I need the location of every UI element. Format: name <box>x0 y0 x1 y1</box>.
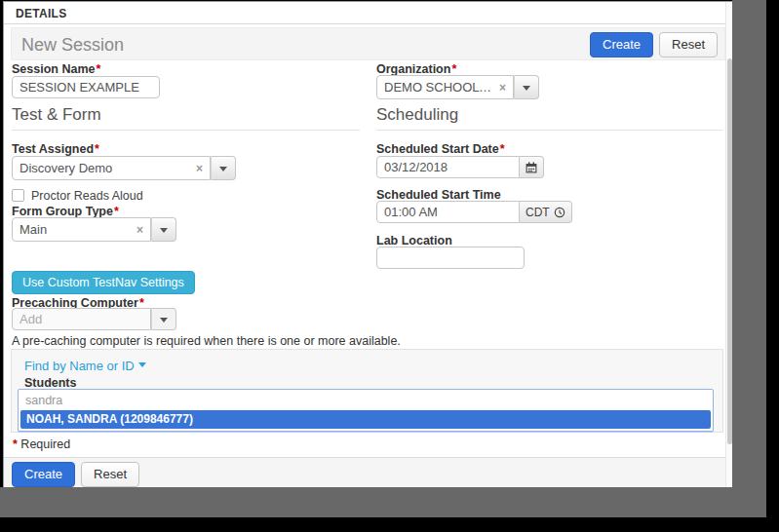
lab-location-input[interactable] <box>376 247 525 269</box>
scheduled-start-date-input[interactable] <box>376 156 520 178</box>
test-assigned-label: Test Assigned* <box>12 142 99 156</box>
student-search-input[interactable] <box>19 390 713 410</box>
remove-selection-icon[interactable]: × <box>499 81 506 95</box>
required-asterisk: * <box>95 142 99 156</box>
chevron-down-icon <box>160 228 168 237</box>
form-group-type-dropdown-button[interactable] <box>151 217 176 242</box>
form-group-type-select[interactable]: Main× <box>12 217 176 242</box>
lab-location-label: Lab Location <box>376 234 452 247</box>
reset-button-top[interactable]: Reset <box>659 32 718 57</box>
organization-select[interactable]: DEMO SCHOOL 2 (0100…× <box>376 75 539 99</box>
page-title: New Session <box>21 35 124 56</box>
chevron-down-icon <box>138 362 146 371</box>
required-asterisk: * <box>451 62 456 76</box>
required-asterisk: * <box>13 437 18 451</box>
create-button-bottom[interactable]: Create <box>12 462 75 487</box>
calendar-icon <box>526 162 537 173</box>
create-button-top[interactable]: Create <box>590 32 653 57</box>
scrollbar-track[interactable] <box>725 2 732 487</box>
window-shadow-right <box>732 0 766 517</box>
chevron-down-icon <box>219 167 227 175</box>
scrollbar-thumb[interactable] <box>727 58 732 444</box>
titlebar: New Session CreateReset <box>11 27 725 60</box>
reset-button-bottom[interactable]: Reset <box>81 462 139 487</box>
remove-selection-icon[interactable]: × <box>196 162 203 175</box>
student-result-option[interactable]: NOAH, SANDRA (1209846777) <box>20 410 711 429</box>
timezone-label: CDT <box>526 206 550 219</box>
chevron-down-icon <box>160 318 168 326</box>
use-custom-testnav-settings-button[interactable]: Use Custom TestNav Settings <box>12 271 195 294</box>
scheduled-start-time-label: Scheduled Start Time <box>376 188 501 202</box>
divider <box>12 130 360 131</box>
find-by-name-or-id-link[interactable]: Find by Name or ID <box>24 359 146 373</box>
required-asterisk: * <box>500 142 505 156</box>
window-shadow-bottom <box>0 487 766 517</box>
required-asterisk: * <box>96 62 100 76</box>
chevron-down-icon <box>523 86 530 95</box>
timezone-button[interactable]: CDT <box>520 201 572 223</box>
test-assigned-dropdown-button[interactable] <box>211 156 236 180</box>
divider <box>376 130 722 131</box>
section-scheduling: Scheduling <box>376 105 458 125</box>
required-asterisk: * <box>114 205 119 218</box>
precaching-note: A pre-caching computer is required when … <box>12 334 401 348</box>
student-search-dropdown: NOAH, SANDRA (1209846777) <box>18 389 714 432</box>
clock-icon <box>554 207 565 218</box>
form-group-type-label: Form Group Type* <box>12 205 119 218</box>
required-footnote: * Required <box>12 437 70 451</box>
proctor-reads-aloud-label: Proctor Reads Aloud <box>31 189 143 203</box>
organization-label: Organization* <box>376 62 456 76</box>
section-test-form: Test & Form <box>12 105 101 125</box>
test-assigned-select[interactable]: Discovery Demo× <box>12 156 236 180</box>
header-divider <box>4 23 729 24</box>
remove-selection-icon[interactable]: × <box>136 223 143 237</box>
scheduled-start-time-input[interactable] <box>376 201 520 223</box>
students-label: Students <box>24 376 76 390</box>
session-name-input[interactable] <box>12 76 160 98</box>
organization-dropdown-button[interactable] <box>514 75 539 99</box>
session-name-label: Session Name* <box>12 62 100 76</box>
calendar-button[interactable] <box>520 156 544 178</box>
details-header: DETAILS <box>16 7 67 20</box>
precaching-dropdown-button[interactable] <box>151 308 176 330</box>
precaching-computer-select[interactable]: Add <box>12 308 176 330</box>
proctor-reads-aloud-checkbox[interactable] <box>12 189 24 202</box>
footer-bar: CreateReset <box>4 457 725 487</box>
students-panel: Find by Name or ID Students NOAH, SANDRA… <box>11 349 723 433</box>
scheduled-start-date-label: Scheduled Start Date* <box>376 142 505 156</box>
new-session-window: DETAILS New Session CreateReset Session … <box>3 1 732 487</box>
